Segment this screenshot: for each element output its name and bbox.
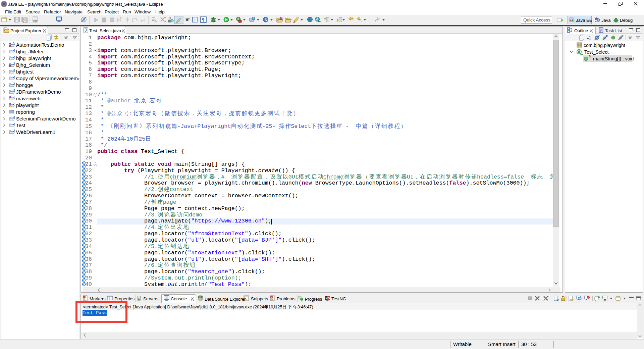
svg-text:S: S [265, 18, 267, 22]
svg-text:C: C [171, 20, 173, 22]
svg-text:J: J [85, 28, 87, 33]
svg-text:N: N [326, 297, 328, 300]
svg-text:010: 010 [34, 20, 38, 22]
svg-text:G: G [328, 297, 330, 300]
svg-text:¶: ¶ [202, 17, 205, 22]
svg-text:J: J [598, 19, 599, 22]
svg-text:S: S [589, 54, 591, 58]
svg-text:z: z [589, 37, 591, 41]
